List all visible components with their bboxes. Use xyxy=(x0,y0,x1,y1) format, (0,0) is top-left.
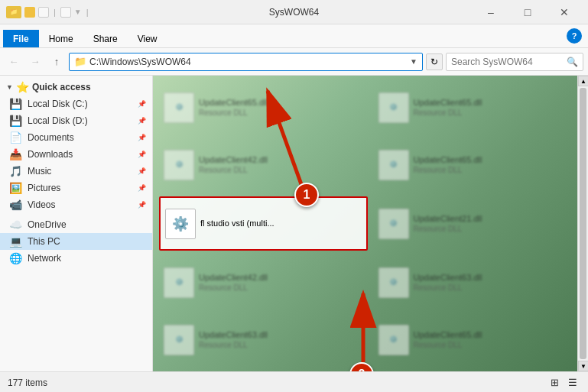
pin-icon-vids: 📌 xyxy=(138,201,146,209)
sidebar-item-documents[interactable]: 📄 Documents 📌 xyxy=(0,129,152,146)
up-button[interactable]: ↑ xyxy=(47,53,66,71)
local-c-icon: 💾 xyxy=(9,98,23,110)
search-box[interactable]: 🔍 xyxy=(446,53,583,71)
sidebar-item-network[interactable]: 🌐 Network xyxy=(0,250,152,267)
file-icon: ⚙️ xyxy=(164,150,194,180)
pin-icon-docs: 📌 xyxy=(138,134,146,141)
file-icon: ⚙️ xyxy=(378,267,409,298)
list-item[interactable]: ⚙️ UpdateClient63.dll Resource DLL xyxy=(374,257,583,308)
toolbar-icon-2[interactable] xyxy=(38,7,49,18)
minimize-button[interactable]: – xyxy=(473,0,508,24)
title-bar-icons: 📁 | ▼ | xyxy=(6,6,90,18)
sidebar-item-music[interactable]: 🎵 Music 📌 xyxy=(0,163,152,180)
file-icon: ⚙️ xyxy=(164,92,194,123)
local-d-icon: 💾 xyxy=(9,115,23,127)
scroll-up-button[interactable]: ▲ xyxy=(578,76,588,86)
list-item[interactable]: ⚙️ UpdateClient65.dll Resource DLL xyxy=(374,314,583,365)
sidebar-item-downloads[interactable]: 📥 Downloads 📌 xyxy=(0,146,152,163)
app-icon: 📁 xyxy=(6,6,21,18)
tab-home[interactable]: Home xyxy=(39,30,83,47)
ribbon-tabs: File Home Share View ? xyxy=(0,24,588,47)
tab-file[interactable]: File xyxy=(3,30,39,47)
music-icon: 🎵 xyxy=(9,165,23,177)
sidebar-item-videos[interactable]: 📹 Videos 📌 xyxy=(0,196,152,213)
sidebar: ▼ ⭐ Quick access 💾 Local Disk (C:) 📌 💾 L… xyxy=(0,76,153,371)
list-item[interactable]: ⚙️ UpdateClient65.dll Resource DLL xyxy=(374,139,583,190)
file-icon: ⚙️ xyxy=(378,325,409,355)
search-input[interactable] xyxy=(451,57,567,67)
network-icon: 🌐 xyxy=(9,252,23,264)
downloads-label: Downloads xyxy=(28,149,133,160)
item-count: 177 items xyxy=(8,377,47,388)
scroll-down-button[interactable]: ▼ xyxy=(578,361,588,371)
pin-icon-music: 📌 xyxy=(138,167,146,175)
address-input-wrap[interactable]: 📁 C:\Windows\SysWOW64 ▼ xyxy=(69,53,423,71)
fl-studio-filename: fl studio vsti (multi... xyxy=(200,218,362,228)
onedrive-icon: ☁️ xyxy=(9,219,23,231)
file-icon: ⚙️ xyxy=(378,150,409,180)
toolbar-icon-3[interactable] xyxy=(60,7,71,18)
sidebar-section-quick-access[interactable]: ▼ ⭐ Quick access xyxy=(0,79,152,96)
main-layout: ▼ ⭐ Quick access 💾 Local Disk (C:) 📌 💾 L… xyxy=(0,76,588,371)
view-icons: ⊞ ☰ xyxy=(547,375,580,390)
close-button[interactable]: ✕ xyxy=(547,0,582,24)
list-item[interactable]: ⚙️ UpdateClient65.dll Resource DLL xyxy=(374,82,583,133)
videos-icon: 📹 xyxy=(9,199,23,211)
list-item[interactable]: ⚙️ UpdateClient63.dll Resource DLL xyxy=(159,314,368,365)
back-button[interactable]: ← xyxy=(5,53,23,71)
pin-icon: 📌 xyxy=(138,100,146,108)
address-bar: ← → ↑ 📁 C:\Windows\SysWOW64 ▼ ↻ 🔍 xyxy=(0,48,588,76)
pictures-icon: 🖼️ xyxy=(9,182,23,194)
title-bar: 📁 | ▼ | SysWOW64 – □ ✕ xyxy=(0,0,588,24)
file-icon-vsti: ⚙️ xyxy=(165,209,196,239)
list-item[interactable]: ⚙️ UpdateClient42.dll Resource DLL xyxy=(159,257,368,308)
fl-studio-vsti-file[interactable]: ⚙️ fl studio vsti (multi... xyxy=(159,196,368,251)
pin-icon-dl: 📌 xyxy=(138,151,146,158)
forward-button[interactable]: → xyxy=(26,53,44,71)
file-icon: ⚙️ xyxy=(164,267,194,298)
file-grid: ⚙️ UpdateClient65.dll Resource DLL ⚙️ Up… xyxy=(153,76,588,371)
scrollbar-thumb[interactable] xyxy=(580,88,586,359)
content-area: ⚙️ UpdateClient65.dll Resource DLL ⚙️ Up… xyxy=(153,76,588,371)
address-text: C:\Windows\SysWOW64 xyxy=(89,57,407,67)
address-dropdown-arrow[interactable]: ▼ xyxy=(410,57,417,66)
pin-icon-d: 📌 xyxy=(138,117,146,125)
list-item[interactable]: ⚙️ UpdateClient42.dll Resource DLL xyxy=(159,139,368,190)
downloads-icon: 📥 xyxy=(9,148,23,160)
file-icon: ⚙️ xyxy=(378,92,409,123)
window-controls: – □ ✕ xyxy=(473,0,582,24)
help-button[interactable]: ? xyxy=(567,28,582,44)
chevron-icon: ▼ xyxy=(6,83,13,91)
list-view-button[interactable]: ☰ xyxy=(565,375,580,390)
documents-icon: 📄 xyxy=(9,131,23,144)
this-pc-icon: 💻 xyxy=(9,235,23,248)
file-icon: ⚙️ xyxy=(164,325,194,355)
toolbar-icon-1[interactable] xyxy=(24,7,35,18)
ribbon: File Home Share View ? xyxy=(0,24,588,48)
list-item[interactable]: ⚙️ UpdateClient21.dll Resource DLL xyxy=(374,196,583,251)
sidebar-item-pictures[interactable]: 🖼️ Pictures 📌 xyxy=(0,180,152,196)
quick-access-label: Quick access xyxy=(32,82,91,92)
file-icon: ⚙️ xyxy=(378,209,409,239)
maximize-button[interactable]: □ xyxy=(510,0,545,24)
address-folder-icon: 📁 xyxy=(74,56,86,67)
status-bar: 177 items ⊞ ☰ xyxy=(0,371,588,392)
sidebar-item-onedrive[interactable]: ☁️ OneDrive xyxy=(0,216,152,233)
grid-view-button[interactable]: ⊞ xyxy=(547,375,562,390)
window-title: SysWOW64 xyxy=(269,7,319,18)
quick-access-icon: ⭐ xyxy=(16,81,29,93)
sidebar-item-local-c[interactable]: 💾 Local Disk (C:) 📌 xyxy=(0,96,152,112)
vertical-scrollbar[interactable]: ▲ ▼ xyxy=(577,76,588,371)
list-item[interactable]: ⚙️ UpdateClient65.dll Resource DLL xyxy=(159,82,368,133)
tab-share[interactable]: Share xyxy=(83,30,128,47)
sidebar-item-local-d[interactable]: 💾 Local Disk (D:) 📌 xyxy=(0,112,152,129)
search-icon[interactable]: 🔍 xyxy=(567,57,578,67)
pin-icon-pics: 📌 xyxy=(138,184,146,192)
refresh-button[interactable]: ↻ xyxy=(426,53,443,70)
sidebar-item-this-pc[interactable]: 💻 This PC xyxy=(0,233,152,250)
tab-view[interactable]: View xyxy=(128,30,167,47)
